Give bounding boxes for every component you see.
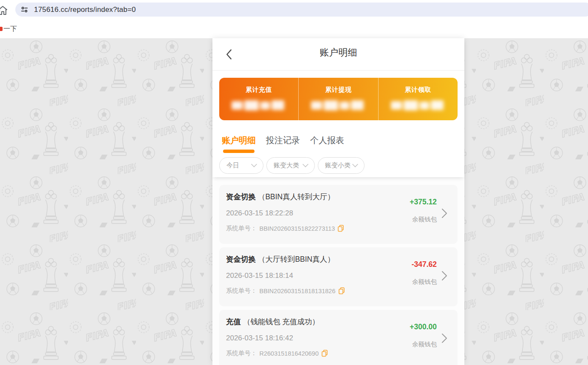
transaction-amount: -347.62 <box>412 260 437 269</box>
bookmark-label-partial[interactable]: 一下 <box>3 25 17 34</box>
address-bar[interactable]: 175616.cc/reports/index?tab=0 <box>15 3 588 17</box>
transaction-amount: +375.12 <box>410 198 437 207</box>
wallet-label: 余额钱包 <box>410 340 437 348</box>
home-icon[interactable] <box>0 5 8 18</box>
transaction-amount: +300.00 <box>410 323 437 331</box>
stat-label: 累计提现 <box>325 86 351 94</box>
bookmarks-bar: 一下 <box>0 19 588 38</box>
transaction-title: 资金切换 （大厅转到BBIN真人） <box>226 254 390 264</box>
chevron-right-icon[interactable] <box>441 333 447 345</box>
filter-label: 今日 <box>226 161 239 170</box>
wallet-label: 余额钱包 <box>412 278 437 286</box>
stat-label: 累计充值 <box>246 86 272 94</box>
order-number: BBIN202603151818131826 <box>260 288 336 294</box>
order-number: R2603151816420690 <box>260 350 319 357</box>
tab-bet-records[interactable]: 投注记录 <box>266 135 300 153</box>
url-text[interactable]: 175616.cc/reports/index?tab=0 <box>34 6 136 14</box>
transaction-amount-block: -347.62 余额钱包 <box>412 260 437 286</box>
transaction-title: 充值 （钱能钱包 充值成功） <box>226 317 390 327</box>
bookmark-favicon-fragment[interactable] <box>0 27 3 31</box>
order-label: 系统单号： <box>226 349 257 357</box>
copy-icon[interactable] <box>321 350 328 357</box>
transaction-type: 充值 <box>226 317 241 326</box>
chevron-right-icon[interactable] <box>441 271 447 283</box>
browser-toolbar: 175616.cc/reports/index?tab=0 <box>0 0 588 19</box>
tab-personal-report[interactable]: 个人报表 <box>310 135 344 153</box>
order-label: 系统单号： <box>226 287 257 295</box>
transaction-detail: （BBIN真人转到大厅） <box>258 192 335 201</box>
masked-value <box>232 99 286 111</box>
stat-label: 累计领取 <box>405 86 431 94</box>
transaction-type: 资金切换 <box>226 255 256 263</box>
masked-value <box>311 99 365 111</box>
transaction-amount-block: +375.12 余额钱包 <box>410 198 437 224</box>
site-settings-icon[interactable] <box>20 6 28 14</box>
filter-minor-category-dropdown[interactable]: 账变小类 <box>318 157 365 174</box>
transaction-title: 资金切换 （BBIN真人转到大厅） <box>226 192 390 202</box>
page-title: 账户明细 <box>212 46 464 59</box>
screen: FIFA FIFA <box>0 0 588 365</box>
transaction-time: 2026-03-15 18:18:14 <box>226 272 390 280</box>
transaction-detail: （大厅转到BBIN真人） <box>258 255 335 263</box>
transaction-card[interactable]: 充值 （钱能钱包 充值成功） 2026-03-15 18:16:42 系统单号：… <box>219 310 458 365</box>
chevron-down-icon <box>302 164 308 167</box>
filter-label: 账变小类 <box>325 161 351 170</box>
totals-card: 累计充值 累计提现 累计领取 <box>219 78 458 120</box>
nav-bar: 账户明细 <box>212 38 464 71</box>
stat-total-deposit: 累计充值 <box>219 78 298 120</box>
transaction-detail: （钱能钱包 充值成功） <box>243 317 319 326</box>
filter-date-dropdown[interactable]: 今日 <box>219 157 263 174</box>
tab-account-detail[interactable]: 账户明细 <box>222 135 256 153</box>
stat-total-withdraw: 累计提现 <box>298 78 378 120</box>
chevron-right-icon[interactable] <box>441 208 447 220</box>
filter-label: 账变大类 <box>274 161 299 170</box>
order-number: BBIN202603151822273113 <box>260 225 335 232</box>
transaction-order-row: 系统单号：BBIN202603151822273113 <box>226 224 390 232</box>
panel-header: 账户明细 累计充值 累计提现 累计领取 账户明细 投注记录 <box>212 38 464 177</box>
filter-major-category-dropdown[interactable]: 账变大类 <box>266 157 315 174</box>
copy-icon[interactable] <box>338 287 345 294</box>
chevron-down-icon <box>251 164 257 167</box>
masked-value <box>391 99 445 111</box>
tab-bar: 账户明细 投注记录 个人报表 <box>212 135 464 153</box>
wallet-label: 余额钱包 <box>410 215 437 224</box>
transaction-list: 资金切换 （BBIN真人转到大厅） 2026-03-15 18:22:28 系统… <box>212 177 464 365</box>
transaction-amount-block: +300.00 余额钱包 <box>410 323 437 348</box>
filter-row: 今日 账变大类 账变小类 <box>212 157 464 174</box>
transaction-time: 2026-03-15 18:22:28 <box>226 209 390 218</box>
stat-total-claim: 累计领取 <box>378 78 458 120</box>
transaction-order-row: 系统单号：R2603151816420690 <box>226 349 390 357</box>
account-detail-panel: 账户明细 累计充值 累计提现 累计领取 账户明细 投注记录 <box>212 38 464 365</box>
order-label: 系统单号： <box>226 224 257 232</box>
transaction-time: 2026-03-15 18:16:42 <box>226 334 390 342</box>
transaction-type: 资金切换 <box>226 192 256 201</box>
transaction-card[interactable]: 资金切换 （大厅转到BBIN真人） 2026-03-15 18:18:14 系统… <box>219 247 458 306</box>
copy-icon[interactable] <box>337 225 344 232</box>
transaction-order-row: 系统单号：BBIN202603151818131826 <box>226 287 390 295</box>
transaction-card[interactable]: 资金切换 （BBIN真人转到大厅） 2026-03-15 18:22:28 系统… <box>219 185 458 244</box>
chevron-down-icon <box>352 164 358 167</box>
